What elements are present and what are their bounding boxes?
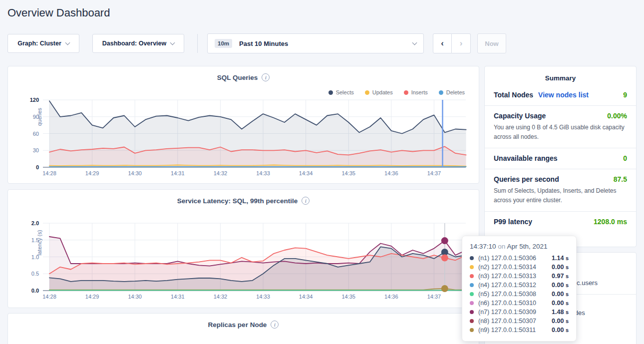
chart-hover-tooltip: 14:37:10 on Apr 5th, 2021 (n1) 127.0.0.1…: [462, 236, 577, 342]
time-prev-button[interactable]: ‹: [433, 33, 452, 53]
node-color-dot-icon: [470, 319, 474, 323]
x-axis-tick-label: 14:34: [299, 294, 313, 300]
x-axis-tick-label: 14:32: [214, 170, 228, 176]
tooltip-row: (n7) 127.0.0.1:503091.48 s: [470, 308, 569, 317]
summary-title: Summary: [485, 66, 636, 85]
view-nodes-list-link[interactable]: View nodes list: [538, 91, 589, 99]
x-axis-tick-label: 14:36: [384, 294, 398, 300]
x-axis-tick-label: 14:37: [427, 294, 441, 300]
graph-dropdown[interactable]: Graph: Cluster: [7, 34, 79, 53]
service-latency-chart-card: Service Latency: SQL, 99th percentile i …: [7, 189, 479, 308]
time-step-buttons: ‹ ›: [433, 33, 471, 53]
info-icon[interactable]: i: [271, 321, 279, 329]
dashboard-dropdown[interactable]: Dashboard: Overview: [92, 34, 184, 53]
graph-dropdown-label: Graph: Cluster: [17, 40, 61, 47]
y-axis-tick-label: 30: [33, 147, 39, 153]
tooltip-row: (n2) 127.0.0.1:503140.00 s: [470, 263, 569, 272]
tooltip-node-label: (n8) 127.0.0.1:50307: [478, 318, 536, 325]
x-axis-tick-label: 14:31: [171, 294, 185, 300]
tooltip-row: (n5) 127.0.0.1:503080.00 s: [470, 290, 569, 299]
chevron-down-icon: [170, 40, 175, 45]
tooltip-node-label: (n6) 127.0.0.1:50310: [478, 300, 536, 307]
x-axis-tick-label: 14:31: [171, 170, 185, 176]
replicas-per-node-chart-card: Replicas per Node i: [7, 313, 479, 344]
y-axis-tick-label: 60: [33, 131, 39, 137]
tooltip-row: (n9) 127.0.0.1:503110.00 s: [470, 326, 569, 335]
tooltip-node-label: (n9) 127.0.0.1:50311: [478, 327, 536, 334]
node-color-dot-icon: [470, 265, 474, 269]
sql-queries-chart-plot[interactable]: 030609012014:2814:2914:3014:3114:3214:33…: [8, 66, 479, 183]
tooltip-node-value: 0.00 s: [552, 327, 569, 334]
summary-value: 9: [623, 91, 627, 99]
x-axis-tick-label: 14:33: [256, 170, 270, 176]
x-axis-tick-label: 14:28: [42, 170, 56, 176]
node-color-dot-icon: [470, 283, 474, 287]
node-color-dot-icon: [470, 292, 474, 296]
y-axis-tick-label: 0.5: [31, 271, 39, 277]
tooltip-row: (n6) 127.0.0.1:503100.00 s: [470, 299, 569, 308]
summary-value: 0.00%: [607, 112, 627, 120]
summary-value: 87.5: [614, 175, 627, 183]
y-axis-tick-label: 90: [33, 114, 39, 120]
sql-queries-chart-card: SQL Queries i SelectsUpdatesInsertsDelet…: [7, 66, 479, 184]
tooltip-row: (n3) 127.0.0.1:503130.97 s: [470, 272, 569, 281]
now-button[interactable]: Now: [477, 33, 506, 53]
tooltip-node-label: (n1) 127.0.0.1:50306: [478, 255, 536, 262]
summary-item-p99-latency: P99 latency 1208.0 ms: [485, 212, 636, 232]
summary-value: 1208.0 ms: [594, 218, 627, 226]
node-color-dot-icon: [470, 310, 474, 314]
tooltip-node-label: (n4) 127.0.0.1:50312: [478, 282, 536, 289]
page-title: Overview Dashboard: [7, 6, 110, 19]
tooltip-node-label: (n2) 127.0.0.1:50314: [478, 264, 536, 271]
y-axis-tick-label: 120: [30, 97, 39, 103]
tooltip-node-value: 0.00 s: [552, 300, 569, 307]
tooltip-node-value: 1.14 s: [552, 255, 569, 262]
tooltip-timestamp: 14:37:10 on Apr 5th, 2021: [470, 243, 569, 250]
tooltip-row: (n1) 127.0.0.1:503061.14 s: [470, 254, 569, 263]
summary-panel: Summary Total Nodes View nodes list 9 Ca…: [484, 66, 637, 247]
chevron-down-icon: [412, 40, 417, 45]
tooltip-node-value: 0.00 s: [552, 282, 569, 289]
time-range-badge: 10m: [215, 39, 232, 48]
tooltip-node-label: (n3) 127.0.0.1:50313: [478, 273, 536, 280]
x-axis-tick-label: 14:35: [341, 170, 355, 176]
time-next-button[interactable]: ›: [452, 33, 471, 53]
x-axis-tick-label: 14:36: [384, 170, 398, 176]
summary-description: You are using 0 B of 4.5 GiB usable disk…: [494, 123, 627, 141]
summary-label: Capacity Usage: [494, 112, 546, 120]
x-axis-tick-label: 14:33: [256, 294, 270, 300]
tooltip-node-value: 0.00 s: [552, 318, 569, 325]
time-range-dropdown[interactable]: 10m Past 10 Minutes: [207, 33, 424, 53]
tooltip-node-label: (n5) 127.0.0.1:50308: [478, 291, 536, 298]
y-axis-tick-label: 2.0: [31, 220, 39, 226]
x-axis-tick-label: 14:30: [128, 294, 142, 300]
tooltip-node-value: 1.48 s: [552, 309, 569, 316]
summary-item-queries-per-second: Queries per second 87.5 Sum of Selects, …: [485, 169, 636, 212]
node-color-dot-icon: [470, 256, 474, 260]
y-axis-tick-label: 1.0: [31, 254, 39, 260]
x-axis-tick-label: 14:32: [214, 294, 228, 300]
summary-label: Total Nodes: [494, 91, 533, 99]
summary-item-unavailable-ranges: Unavailable ranges 0: [485, 148, 636, 169]
x-axis-tick-label: 14:37: [427, 170, 441, 176]
tooltip-node-value: 0.00 s: [552, 291, 569, 298]
y-axis-tick-label: 1.5: [31, 237, 39, 243]
tooltip-node-label: (n7) 127.0.0.1:50309: [478, 309, 536, 316]
hover-point-dot: [441, 255, 448, 262]
summary-description: Sum of Selects, Updates, Inserts, and De…: [494, 186, 627, 205]
tooltip-node-rows: (n1) 127.0.0.1:503061.14 s(n2) 127.0.0.1…: [470, 254, 569, 335]
divider: [197, 34, 198, 53]
x-axis-tick-label: 14:35: [341, 294, 355, 300]
service-latency-chart-plot[interactable]: 0.00.51.01.52.014:2814:2914:3014:3114:32…: [8, 190, 479, 308]
summary-item-capacity-usage: Capacity Usage 0.00% You are using 0 B o…: [485, 106, 636, 148]
tooltip-node-value: 0.00 s: [552, 264, 569, 271]
tooltip-row: (n8) 127.0.0.1:503070.00 s: [470, 317, 569, 326]
node-color-dot-icon: [470, 328, 474, 332]
summary-value: 0: [623, 154, 627, 162]
chevron-down-icon: [65, 40, 70, 45]
summary-label: Unavailable ranges: [494, 154, 558, 162]
summary-item-total-nodes: Total Nodes View nodes list 9: [485, 85, 636, 106]
x-axis-tick-label: 14:34: [299, 170, 313, 176]
dashboard-dropdown-label: Dashboard: Overview: [102, 40, 167, 47]
time-range-label: Past 10 Minutes: [239, 40, 288, 47]
